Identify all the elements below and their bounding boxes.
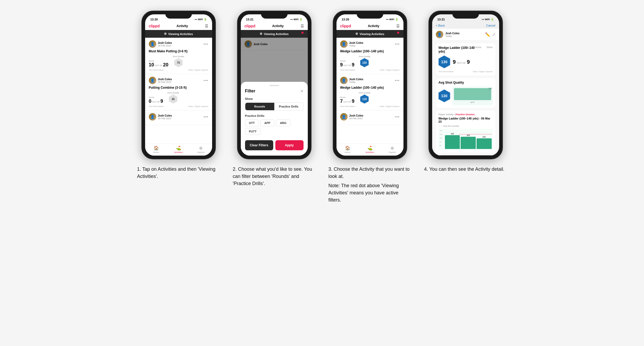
score-row-3-2: 7 OUT OF 9 [340,99,355,104]
info-left-3-2: Test Information [340,105,355,108]
card-user-row-3-1: 👤 Josh Coles Today ••• [340,40,400,48]
status-time-4: 13:21 [437,18,445,21]
score-block-3-1: Score 9 OUT OF 9 [340,60,355,67]
drill-arg-2[interactable]: ARG [276,119,290,126]
more-dots-3-1[interactable]: ••• [395,42,400,46]
avatar-3-3: 👤 [340,113,348,121]
nav-home-1[interactable]: 🏠 Home [145,146,167,153]
card-user-row-3-2: 👤 Josh Coles Today ••• [340,77,400,84]
more-dots-1-1[interactable]: ••• [204,42,208,46]
signal-icon-4: ▪▪▪ [482,18,484,21]
page-container: 13:20 ▪▪▪ WiFi 🔋 clippd Activity ☰ ⚙ [136,11,508,206]
user-date-3-3: 28 Feb 2023 [349,117,363,120]
phone-notch-2 [261,11,288,19]
modal-header-2: Filter ✕ [245,89,304,93]
tab-practice-2[interactable]: Practice Drills [274,103,303,110]
detail-card-title-4: Wedge Ladder (100–140 yds) [439,46,475,53]
activity-header-3[interactable]: ⚙ Viewing Activities [336,30,403,38]
more-dots-1-3[interactable]: ••• [204,115,208,119]
activity-card-1-3[interactable]: 👤 Josh Coles 28 Feb 2023 ••• [145,110,212,125]
score-val-3-2: 7 [340,99,343,104]
clear-filters-button-2[interactable]: Clear Filters [245,140,273,150]
avatar-3-1: 👤 [340,40,348,48]
score-card-4: Wedge Ladder (100–140 yds) Score Shots 1… [436,43,495,75]
drill-ott-2[interactable]: OTT [245,119,259,126]
activity-header-1[interactable]: ⚙ Viewing Activities [145,30,212,38]
avatar-3-2: 👤 [340,77,348,84]
activities-icon-1: ⛳ [176,146,181,151]
filter-icon-1: ⚙ [164,32,167,36]
hamburger-icon-2[interactable]: ☰ [301,24,304,28]
nav-activities-3[interactable]: ⛳ Activities [359,146,381,153]
capture-icon-3: ⊕ [390,146,394,151]
info-right-1-2: Data: Clippd Capture [188,105,208,108]
status-time-2: 13:21 [246,18,254,21]
nav-activities-1[interactable]: ⛳ Activities [167,146,190,153]
nav-activities-label-3: Activities [366,151,374,153]
player-activity-label-4: Player Activity • Practice Session [439,113,493,116]
card-stats-1-1: Score 10 OUT OF 20 Shot Quality [149,55,208,67]
back-button-4[interactable]: < Back [436,24,445,27]
nav-capture-3[interactable]: ⊕ Capture [381,146,403,153]
bottom-nav-3: 🏠 Home ⛳ Activities ⊕ Capture [336,144,403,156]
modal-overlay-2: Filter ✕ Show Rounds Practice Drills Pra… [241,38,308,156]
sq-badge-avg-4: 130 [439,89,450,102]
cancel-button-4[interactable]: Cancel [486,24,495,27]
hamburger-icon-1[interactable]: ☰ [205,24,208,28]
more-dots-3-3[interactable]: ••• [395,115,400,119]
step-2-column: 13:21 ▪▪▪ WiFi 🔋 clippd Activity ☰ ⚙ [232,11,317,206]
avatar-4: 👤 [436,31,443,38]
wifi-icon-3: WiFi [389,18,394,21]
tab-rounds-2[interactable]: Rounds [245,103,274,110]
app-logo-1: clippd [149,24,160,28]
step-text-1: 1. Tap on Activities and then 'Viewing A… [136,166,221,180]
score-val-3-1: 9 [340,62,343,67]
activity-card-3-2[interactable]: 👤 Josh Coles Today ••• Wedge Ladder (100… [336,74,403,110]
sq-badge-3-2: 118 [360,95,369,104]
card-footer-3-2: Test Information Data: Clippd Capture [340,105,400,108]
drill-putt-2[interactable]: PUTT [245,128,261,135]
score-block-3-2: Score 7 OUT OF 9 [340,96,355,104]
shots-val-1-1: 20 [163,62,169,67]
modal-handle-2 [270,85,279,86]
app-nav-2: clippd Activity ☰ [241,22,308,30]
apply-button-2[interactable]: Apply [275,140,304,150]
user-name-1-3: Josh Coles [158,114,172,117]
card-user-row-3-3: 👤 Josh Coles 28 Feb 2023 ••• [340,113,400,121]
activity-card-3-1[interactable]: 👤 Josh Coles Today ••• Wedge Ladder (100… [336,38,403,74]
avg-sq-title-4: Avg Shot Quality [439,81,493,84]
more-dots-1-2[interactable]: ••• [204,78,208,83]
detail-stats-row-4: 130 9 OUT OF 9 [439,55,493,68]
card-title-1-1: Must Make Putting (3-6 ft) [149,49,208,53]
hamburger-icon-3[interactable]: ☰ [396,24,400,28]
expand-icon-4[interactable]: ⤢ [492,32,495,37]
sq-badge-3-1: 130 [360,58,369,67]
nav-home-label-3: Home [345,151,350,153]
card-user-3-3: 👤 Josh Coles 28 Feb 2023 [340,113,363,121]
activity-header-2[interactable]: ⚙ Viewing Activities [241,30,308,38]
drill-app-2[interactable]: APP [260,119,275,126]
sq-1-2: Shot Quality 45 [167,92,179,104]
bar-2-4: 129 [461,134,476,149]
more-dots-3-2[interactable]: ••• [395,78,400,83]
session-sub-4: ←→ Avg Shot Quality [439,125,493,127]
detail-header-4: < Back Cancel [432,22,499,29]
activity-card-3-3[interactable]: 👤 Josh Coles 28 Feb 2023 ••• [336,110,403,125]
back-to-activities-btn-4[interactable]: Back to Activities [436,155,495,156]
detail-user-row-4: 👤 Josh Coles Today ✏️ ⤢ [432,29,499,41]
nav-capture-1[interactable]: ⊕ Capture [190,146,212,153]
activity-card-1-1[interactable]: 👤 Josh Coles 28 Feb 2023 ••• Must Make P… [145,38,212,74]
phone-notch-4 [452,11,479,19]
phone-frame-2: 13:21 ▪▪▪ WiFi 🔋 clippd Activity ☰ ⚙ [237,11,312,159]
score-row-1-1: 10 OUT OF 20 [149,62,169,67]
show-label-2: Show [245,97,304,100]
score-row-3-1: 9 OUT OF 9 [340,62,355,67]
step-text-4: 4. You can then see the Activity detail. [423,166,508,173]
activity-card-1-2[interactable]: 👤 Josh Coles 28 Feb 2023 ••• Putting Com… [145,74,212,110]
detail-score-labels: Score Shots [475,46,493,49]
nav-title-2: Activity [272,24,284,28]
modal-close-2[interactable]: ✕ [300,89,304,93]
edit-icon-4[interactable]: ✏️ [485,32,490,37]
app-nav-3: clippd Activity ☰ [336,22,403,30]
nav-home-3[interactable]: 🏠 Home [336,146,359,153]
